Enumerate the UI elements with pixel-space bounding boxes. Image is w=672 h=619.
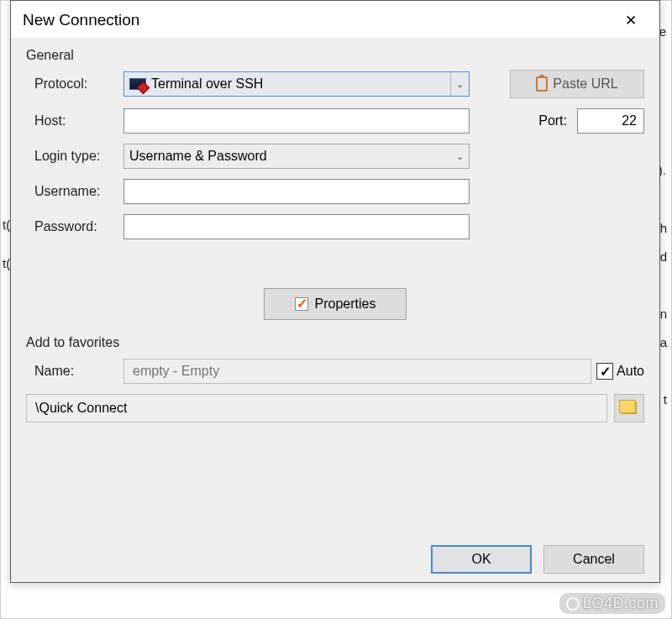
login-type-combobox[interactable]: Username & Password ⌄ — [123, 144, 470, 169]
titlebar: New Connection — [11, 1, 659, 38]
protocol-row: Protocol: Terminal over SSH ⌄ Paste URL — [26, 70, 644, 98]
auto-checkbox[interactable]: ✓ Auto — [596, 363, 644, 380]
watermark-text: LO4D.com — [583, 595, 659, 612]
ok-label: OK — [471, 552, 491, 567]
password-label: Password: — [26, 219, 118, 234]
paste-url-label: Paste URL — [553, 76, 617, 92]
download-icon — [566, 597, 580, 611]
auto-label: Auto — [617, 364, 644, 379]
host-label: Host: — [26, 113, 118, 129]
browse-folder-button[interactable] — [614, 394, 644, 422]
protocol-value: Terminal over SSH — [151, 76, 263, 92]
chevron-down-icon: ⌄ — [450, 72, 469, 96]
name-label: Name: — [26, 364, 118, 379]
watermark: LO4D.com — [559, 593, 665, 614]
favorites-group-label: Add to favorites — [26, 335, 644, 350]
close-button[interactable] — [614, 8, 648, 33]
chevron-down-icon: ⌄ — [450, 144, 469, 168]
login-type-row: Login type: Username & Password ⌄ — [26, 144, 644, 169]
username-input[interactable] — [123, 179, 470, 204]
host-input[interactable] — [123, 108, 470, 134]
general-group-label: General — [26, 48, 644, 63]
port-input[interactable] — [577, 108, 644, 134]
terminal-icon — [129, 78, 146, 90]
host-row: Host: Port: — [26, 108, 644, 134]
cancel-label: Cancel — [573, 552, 615, 567]
port-label: Port: — [538, 113, 567, 129]
dialog-buttons: OK Cancel — [431, 545, 644, 574]
checklist-icon — [295, 297, 308, 311]
properties-button[interactable]: Properties — [264, 288, 407, 320]
cancel-button[interactable]: Cancel — [543, 545, 644, 574]
favorites-section: Add to favorites Name: ✓ Auto — [26, 335, 644, 422]
username-row: Username: — [26, 179, 644, 204]
name-row: Name: ✓ Auto — [26, 359, 644, 384]
name-input[interactable] — [123, 359, 591, 384]
protocol-combobox[interactable]: Terminal over SSH ⌄ — [123, 71, 470, 97]
dialog-title: New Connection — [23, 11, 139, 29]
folder-icon — [622, 402, 637, 414]
new-connection-dialog: New Connection General Protocol: Termina… — [10, 0, 660, 583]
clipboard-icon — [536, 76, 548, 92]
password-row: Password: — [26, 214, 644, 239]
dialog-content: General Protocol: Terminal over SSH ⌄ Pa… — [11, 38, 659, 582]
path-input[interactable] — [26, 394, 607, 422]
ok-button[interactable]: OK — [431, 545, 532, 574]
protocol-label: Protocol: — [26, 76, 118, 92]
login-type-label: Login type: — [26, 149, 118, 164]
login-type-value: Username & Password — [129, 149, 267, 164]
path-row — [26, 394, 644, 422]
properties-label: Properties — [315, 296, 376, 312]
checkbox-icon: ✓ — [596, 363, 613, 380]
password-input[interactable] — [123, 214, 470, 239]
paste-url-button[interactable]: Paste URL — [510, 70, 644, 98]
username-label: Username: — [26, 184, 118, 199]
